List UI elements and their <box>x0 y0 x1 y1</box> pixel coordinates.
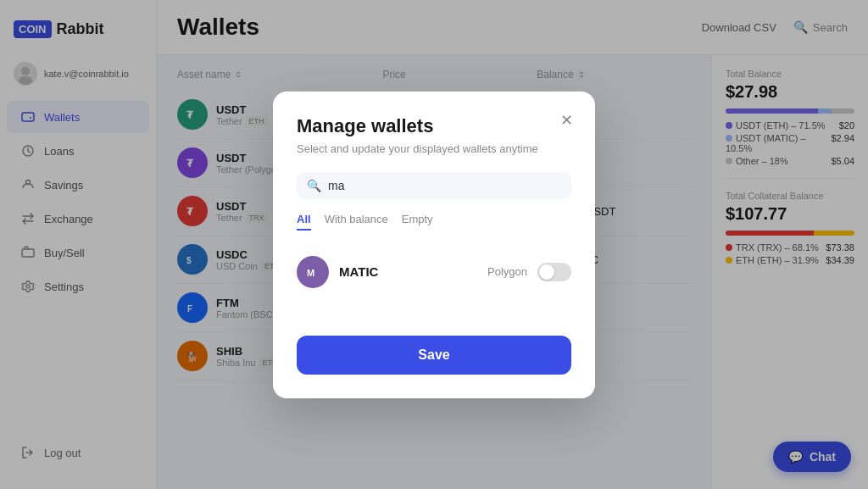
modal-subtitle: Select and update your displayed wallets… <box>297 142 571 155</box>
filter-tab-empty[interactable]: Empty <box>402 213 433 231</box>
modal-close-button[interactable]: ✕ <box>554 108 578 132</box>
toggle-knob <box>539 264 554 280</box>
modal-title: Manage wallets <box>297 115 571 137</box>
filter-tab-all[interactable]: All <box>297 213 311 231</box>
wallet-item-matic: M MATIC Polygon <box>297 247 571 297</box>
wallet-item-network: Polygon <box>487 265 527 278</box>
modal-search-icon: 🔍 <box>307 179 321 192</box>
filter-tab-with-balance[interactable]: With balance <box>325 213 388 231</box>
filter-tabs: All With balance Empty <box>297 213 571 231</box>
svg-text:M: M <box>307 268 314 278</box>
wallet-item-name: MATIC <box>339 264 487 279</box>
manage-wallets-modal: Manage wallets Select and update your di… <box>273 92 595 398</box>
matic-toggle[interactable] <box>537 263 571 281</box>
matic-icon: M <box>297 256 329 288</box>
wallet-list: M MATIC Polygon <box>297 247 571 315</box>
modal-overlay: Manage wallets Select and update your di… <box>0 0 868 489</box>
modal-search-area[interactable]: 🔍 <box>297 172 571 199</box>
modal-search-input[interactable] <box>328 179 561 192</box>
save-button[interactable]: Save <box>297 336 571 375</box>
